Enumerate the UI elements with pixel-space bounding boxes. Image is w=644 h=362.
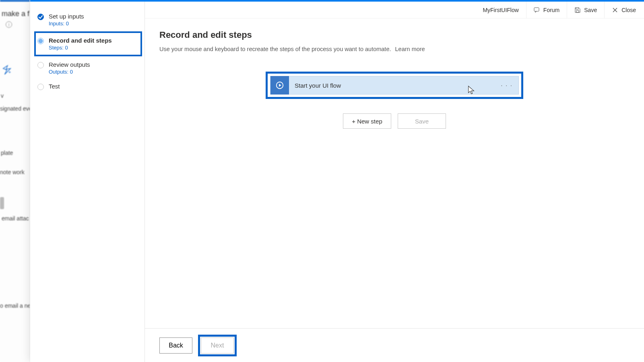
flow-icon: + — [2, 64, 11, 77]
card-more-menu[interactable]: · · · — [501, 82, 518, 88]
page-description: Use your mouse and keyboard to recreate … — [159, 46, 630, 52]
page-title: Record and edit steps — [159, 30, 630, 40]
main-area: Record and edit steps Use your mouse and… — [145, 19, 644, 362]
flow-card-highlight: Start your UI flow · · · — [266, 72, 523, 99]
forum-button[interactable]: Forum — [526, 2, 567, 18]
step-title: Set up inputs — [49, 13, 84, 20]
card-title: Start your UI flow — [289, 82, 501, 89]
play-record-icon — [270, 76, 289, 95]
wizard-steps: Set up inputs Inputs: 0 Record and edit … — [30, 2, 145, 362]
action-row: + New step Save — [159, 113, 630, 129]
step-subtitle: Inputs: 0 — [49, 21, 84, 27]
step-title: Review outputs — [49, 61, 90, 68]
svg-rect-1 — [534, 8, 539, 11]
next-button[interactable]: Next — [201, 337, 234, 354]
start-ui-flow-card[interactable]: Start your UI flow · · · — [270, 76, 519, 95]
info-icon: i — [6, 21, 12, 28]
step-subtitle: Outputs: 0 — [49, 69, 90, 75]
new-step-button[interactable]: + New step — [343, 113, 391, 129]
pending-step-icon — [37, 62, 44, 68]
save-button[interactable]: Save — [567, 2, 604, 18]
bg-heading: make a fl — [0, 2, 30, 18]
next-highlight: Next — [198, 335, 237, 356]
save-flow-button[interactable]: Save — [398, 113, 446, 129]
wizard-footer: Back Next — [145, 328, 644, 362]
top-toolbar: MyFirstUIFlow Forum Save Close — [145, 2, 644, 19]
step-record-edit[interactable]: Record and edit steps Steps: 0 — [34, 31, 142, 56]
ui-flow-panel: Set up inputs Inputs: 0 Record and edit … — [30, 0, 644, 362]
svg-text:+: + — [8, 70, 11, 74]
step-setup-inputs[interactable]: Set up inputs Inputs: 0 — [37, 9, 140, 31]
step-title: Test — [49, 83, 60, 90]
close-icon — [612, 7, 618, 13]
step-subtitle: Steps: 0 — [49, 45, 112, 51]
check-icon — [37, 14, 44, 20]
background-page: make a fl i + v signated even plate note… — [0, 0, 30, 362]
step-test[interactable]: Test — [37, 79, 140, 94]
learn-more-link[interactable]: Learn more — [395, 46, 425, 52]
current-step-icon — [37, 38, 44, 44]
close-button[interactable]: Close — [604, 2, 643, 18]
content-area: MyFirstUIFlow Forum Save Close — [145, 2, 644, 362]
save-icon — [574, 7, 581, 13]
pending-step-icon — [37, 84, 44, 90]
chat-icon — [534, 7, 540, 13]
flow-name: MyFirstUIFlow — [475, 2, 526, 18]
back-button[interactable]: Back — [159, 337, 192, 354]
step-review-outputs[interactable]: Review outputs Outputs: 0 — [37, 57, 140, 79]
step-title: Record and edit steps — [49, 37, 112, 44]
